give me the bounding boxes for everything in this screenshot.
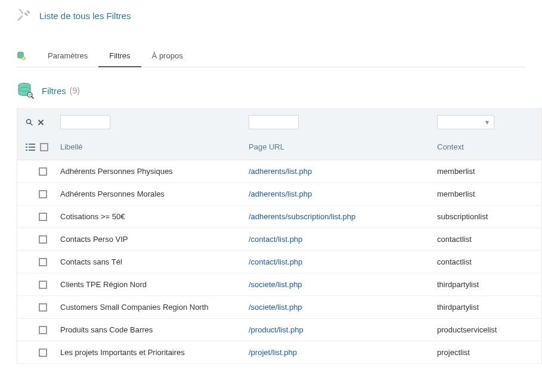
svg-rect-7 <box>29 144 35 145</box>
tools-icon <box>17 8 31 23</box>
row-context: productservicelist <box>437 325 533 334</box>
svg-rect-11 <box>29 150 35 151</box>
row-label: Produits sans Code Barres <box>60 325 249 334</box>
filter-context-select[interactable]: ▼ <box>437 115 494 129</box>
svg-rect-8 <box>26 147 27 148</box>
filters-grid: ▼ Libellé Page URL Context Adhére <box>17 108 542 364</box>
row-checkbox[interactable] <box>39 349 47 357</box>
filter-url-input[interactable] <box>249 115 299 129</box>
tab-filtres[interactable]: Filtres <box>98 45 141 67</box>
table-row: Produits sans Code Barres/product/list.p… <box>17 319 541 341</box>
table-row: Contacts sans Tél/contact/list.phpcontac… <box>17 251 541 273</box>
filter-row: ▼ <box>17 108 541 136</box>
table-row: Adhérents Personnes Physiques/adherents/… <box>17 160 541 183</box>
table-row: Adhérents Personnes Morales/adherents/li… <box>17 183 541 206</box>
row-checkbox[interactable] <box>39 281 47 289</box>
database-search-icon <box>17 82 35 99</box>
row-context: memberlist <box>437 189 533 198</box>
row-label: Customers Small Companies Region North <box>60 303 249 312</box>
row-label: Les projets Importants et Prioritaires <box>60 348 249 357</box>
select-columns-icon[interactable] <box>26 143 35 151</box>
row-url-link[interactable]: /adherents/list.php <box>249 189 312 198</box>
row-checkbox[interactable] <box>39 235 47 244</box>
row-url-link[interactable]: /product/list.php <box>249 325 303 334</box>
table-row: Contacts Perso VIP/contact/list.phpconta… <box>17 228 541 251</box>
tab-apropos[interactable]: À propos <box>141 45 194 67</box>
row-label: Cotisations >= 50€ <box>60 212 249 221</box>
row-checkbox[interactable] <box>39 326 47 334</box>
row-label: Contacts sans Tél <box>60 257 249 266</box>
row-url-link[interactable]: /contact/list.php <box>249 257 302 266</box>
row-checkbox[interactable] <box>39 303 47 312</box>
row-context: subscriptionlist <box>437 212 533 221</box>
search-icon[interactable] <box>26 119 33 126</box>
row-label: Clients TPE Région Nord <box>60 280 249 289</box>
tabs: ParamètresFiltresÀ propos <box>17 45 525 67</box>
col-header-context[interactable]: Context <box>437 142 533 151</box>
row-checkbox[interactable] <box>39 213 47 221</box>
tab-parametres[interactable]: Paramètres <box>37 45 98 67</box>
row-url-link[interactable]: /adherents/list.php <box>249 167 312 176</box>
row-checkbox[interactable] <box>39 258 47 266</box>
select-all-checkbox[interactable] <box>40 143 48 151</box>
table-row: Cotisations >= 50€/adherents/subscriptio… <box>17 206 541 228</box>
svg-rect-6 <box>26 144 27 145</box>
row-url-link[interactable]: /projet/list.php <box>249 348 297 357</box>
row-context: memberlist <box>437 167 533 176</box>
row-url-link[interactable]: /adherents/subscription/list.php <box>249 212 355 221</box>
row-url-link[interactable]: /societe/list.php <box>249 280 302 289</box>
row-context: thirdpartylist <box>437 303 533 312</box>
filter-label-input[interactable] <box>60 115 110 129</box>
row-context: contactlist <box>437 257 533 266</box>
row-context: thirdpartylist <box>437 280 533 289</box>
row-checkbox[interactable] <box>39 190 47 198</box>
db-add-icon <box>17 51 26 61</box>
page-title: Liste de tous les Filtres <box>39 11 131 21</box>
svg-rect-10 <box>26 150 27 151</box>
row-context: projectlist <box>437 348 533 357</box>
section-count: (9) <box>70 86 80 95</box>
svg-rect-9 <box>29 147 35 148</box>
section-title: Filtres <box>42 86 66 96</box>
row-context: contactlist <box>437 235 533 244</box>
col-header-label[interactable]: Libellé <box>60 142 249 151</box>
table-row: Les projets Importants et Prioritaires/p… <box>17 341 541 364</box>
row-label: Adhérents Personnes Morales <box>60 189 249 198</box>
row-checkbox[interactable] <box>39 167 47 176</box>
row-label: Adhérents Personnes Physiques <box>60 167 249 176</box>
row-url-link[interactable]: /contact/list.php <box>249 235 302 244</box>
header-row: Libellé Page URL Context <box>17 136 541 160</box>
row-url-link[interactable]: /societe/list.php <box>249 303 302 312</box>
table-row: Clients TPE Région Nord/societe/list.php… <box>17 273 541 296</box>
chevron-down-icon: ▼ <box>484 119 490 126</box>
row-label: Contacts Perso VIP <box>60 235 249 244</box>
clear-filter-icon[interactable] <box>38 119 44 126</box>
table-row: Customers Small Companies Region North/s… <box>17 296 541 319</box>
col-header-url[interactable]: Page URL <box>249 142 437 151</box>
